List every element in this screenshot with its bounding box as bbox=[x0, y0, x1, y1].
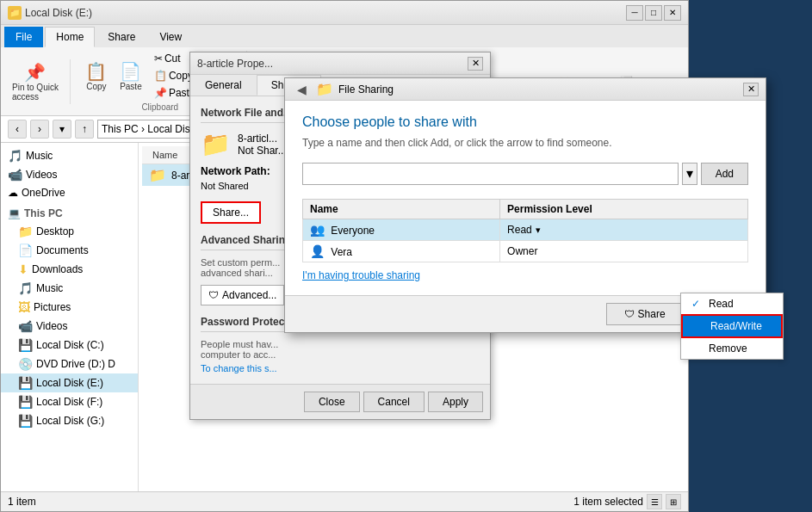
sidebar-label-drive-d: DVD Drive (D:) D bbox=[36, 358, 115, 370]
sidebar-item-drive-f[interactable]: 💾 Local Disk (F:) bbox=[1, 392, 138, 411]
perm-dropdown-button[interactable]: ▾ bbox=[536, 225, 541, 236]
details-view-button[interactable]: ⊞ bbox=[666, 494, 681, 509]
sharing-close-button[interactable]: ✕ bbox=[743, 83, 759, 96]
tab-view[interactable]: View bbox=[148, 27, 193, 47]
copy-button[interactable]: 📋 Copy bbox=[81, 59, 112, 94]
file-info-text: 8-articl... Not Shar... bbox=[238, 133, 287, 157]
permission-vera-cell: Owner bbox=[500, 241, 748, 262]
table-row[interactable]: 👤 Vera Owner bbox=[303, 241, 748, 262]
sidebar-item-pictures[interactable]: 🖼 Pictures bbox=[1, 298, 138, 317]
ribbon-tabs: File Home Share View bbox=[1, 25, 688, 47]
context-item-read[interactable]: ✓ Read bbox=[681, 293, 783, 314]
forward-button[interactable]: › bbox=[30, 120, 49, 139]
sidebar-item-desktop[interactable]: 📁 Desktop bbox=[1, 222, 138, 241]
music2-icon: 🎵 bbox=[18, 281, 33, 295]
network-path-key: Network Path: bbox=[201, 165, 270, 177]
sharing-folder-icon: 📁 bbox=[316, 81, 333, 97]
share-dialog-button[interactable]: Share... bbox=[201, 201, 261, 224]
sidebar-item-downloads[interactable]: ⬇ Downloads bbox=[1, 260, 138, 279]
context-remove-label: Remove bbox=[709, 342, 747, 355]
sidebar-item-music[interactable]: 🎵 Music bbox=[1, 146, 138, 165]
col-name-header: Name bbox=[303, 200, 500, 219]
paste-shortcut-icon: 📌 bbox=[154, 87, 167, 99]
maximize-button[interactable]: □ bbox=[645, 5, 662, 21]
pin-button-group: 📌 Pin to Quickaccess bbox=[8, 59, 63, 104]
permission-context-menu: ✓ Read Read/Write Remove bbox=[680, 293, 784, 360]
cut-label: Cut bbox=[164, 52, 181, 65]
sharing-back-button[interactable]: ◀ bbox=[292, 80, 311, 99]
videos2-icon: 📹 bbox=[18, 319, 33, 333]
minimize-button[interactable]: ─ bbox=[626, 5, 643, 21]
sharing-name-input[interactable] bbox=[302, 163, 679, 185]
sharing-title-left: ◀ 📁 File Sharing bbox=[292, 80, 394, 99]
copy-path-icon: 📋 bbox=[154, 70, 167, 82]
close-button[interactable]: ✕ bbox=[664, 5, 681, 21]
props-tab-general[interactable]: General bbox=[190, 75, 257, 96]
status-bar: 1 item 1 item selected ☰ ⊞ bbox=[1, 491, 688, 511]
check-read-icon: ✓ bbox=[691, 298, 704, 310]
props-apply-btn[interactable]: Apply bbox=[428, 392, 483, 412]
context-read-label: Read bbox=[709, 298, 734, 310]
paste-icon: 📄 bbox=[120, 61, 141, 82]
vera-user-icon: 👤 bbox=[310, 244, 325, 258]
sharing-heading: Choose people to share with bbox=[302, 114, 748, 130]
advanced-button[interactable]: 🛡 Advanced... bbox=[201, 285, 284, 305]
sidebar-label-this-pc: This PC bbox=[24, 207, 63, 219]
paste-button[interactable]: 📄 Paste bbox=[115, 59, 146, 94]
sidebar-label-videos2: Videos bbox=[36, 320, 67, 332]
props-close-btn[interactable]: Close bbox=[304, 392, 360, 412]
window-title: Local Disk (E:) bbox=[25, 7, 92, 19]
pin-to-quick-button[interactable]: 📌 Pin to Quickaccess bbox=[8, 59, 63, 104]
sidebar-item-this-pc[interactable]: 💻 This PC bbox=[1, 205, 138, 222]
cut-icon: ✂ bbox=[154, 52, 163, 65]
sidebar-item-videos2[interactable]: 📹 Videos bbox=[1, 317, 138, 336]
sidebar-item-drive-d[interactable]: 💿 DVD Drive (D:) D bbox=[1, 355, 138, 373]
sidebar-item-drive-g[interactable]: 💾 Local Disk (G:) bbox=[1, 411, 138, 430]
tab-home[interactable]: Home bbox=[45, 27, 95, 47]
context-item-remove[interactable]: Remove bbox=[681, 338, 783, 359]
pin-icon: 📌 bbox=[24, 62, 46, 83]
user-vera-name: Vera bbox=[331, 246, 352, 258]
sidebar-label-desktop: Desktop bbox=[36, 225, 74, 237]
sidebar-item-drive-e[interactable]: 💾 Local Disk (E:) bbox=[1, 373, 138, 392]
pin-label: Pin to Quickaccess bbox=[12, 83, 59, 102]
sidebar-item-videos[interactable]: 📹 Videos bbox=[1, 165, 138, 184]
drive-c-icon: 💾 bbox=[18, 338, 33, 352]
status-right: 1 item selected ☰ ⊞ bbox=[573, 494, 681, 509]
tab-file[interactable]: File bbox=[4, 27, 43, 47]
sidebar-label-videos: Videos bbox=[26, 169, 57, 181]
col-name-header[interactable]: Name bbox=[149, 148, 181, 162]
window-controls: ─ □ ✕ bbox=[626, 5, 681, 21]
props-close-button[interactable]: ✕ bbox=[468, 57, 483, 71]
props-cancel-btn[interactable]: Cancel bbox=[363, 392, 425, 412]
sidebar-item-music2[interactable]: 🎵 Music bbox=[1, 279, 138, 298]
table-row[interactable]: 👥 Everyone Read ▾ bbox=[303, 219, 748, 241]
share-shield-icon: 🛡 bbox=[624, 308, 635, 320]
context-item-readwrite[interactable]: Read/Write bbox=[681, 314, 783, 338]
sharing-title-bar: ◀ 📁 File Sharing ✕ bbox=[285, 78, 766, 101]
clipboard-label: Clipboard bbox=[141, 102, 178, 112]
sidebar-label-downloads: Downloads bbox=[32, 263, 83, 275]
sidebar-item-onedrive[interactable]: ☁ OneDrive bbox=[1, 184, 138, 201]
list-view-button[interactable]: ☰ bbox=[647, 494, 662, 509]
sidebar-item-drive-c[interactable]: 💾 Local Disk (C:) bbox=[1, 336, 138, 355]
sharing-content: Choose people to share with Type a name … bbox=[285, 101, 766, 295]
sidebar-item-documents[interactable]: 📄 Documents bbox=[1, 241, 138, 260]
sharing-dropdown-button[interactable]: ▾ bbox=[682, 163, 697, 185]
tab-share[interactable]: Share bbox=[96, 27, 146, 47]
recent-button[interactable]: ▾ bbox=[53, 120, 71, 139]
this-pc-icon: 💻 bbox=[8, 207, 21, 219]
downloads-icon: ⬇ bbox=[18, 262, 28, 276]
user-vera-cell: 👤 Vera bbox=[303, 241, 500, 262]
drive-d-icon: 💿 bbox=[18, 357, 33, 371]
sharing-share-button[interactable]: 🛡 Share bbox=[606, 303, 684, 325]
sidebar-label-drive-f: Local Disk (F:) bbox=[36, 396, 102, 408]
props-title: 8-article Prope... bbox=[197, 58, 273, 70]
trouble-sharing-link[interactable]: I'm having trouble sharing bbox=[302, 269, 748, 281]
back-button[interactable]: ‹ bbox=[8, 120, 27, 139]
sidebar-label-drive-g: Local Disk (G:) bbox=[36, 415, 104, 427]
up-button[interactable]: ↑ bbox=[75, 120, 94, 139]
sharing-add-button[interactable]: Add bbox=[701, 163, 748, 185]
sharing-title-text: File Sharing bbox=[338, 83, 394, 96]
perm-read-label: Read bbox=[507, 224, 532, 236]
